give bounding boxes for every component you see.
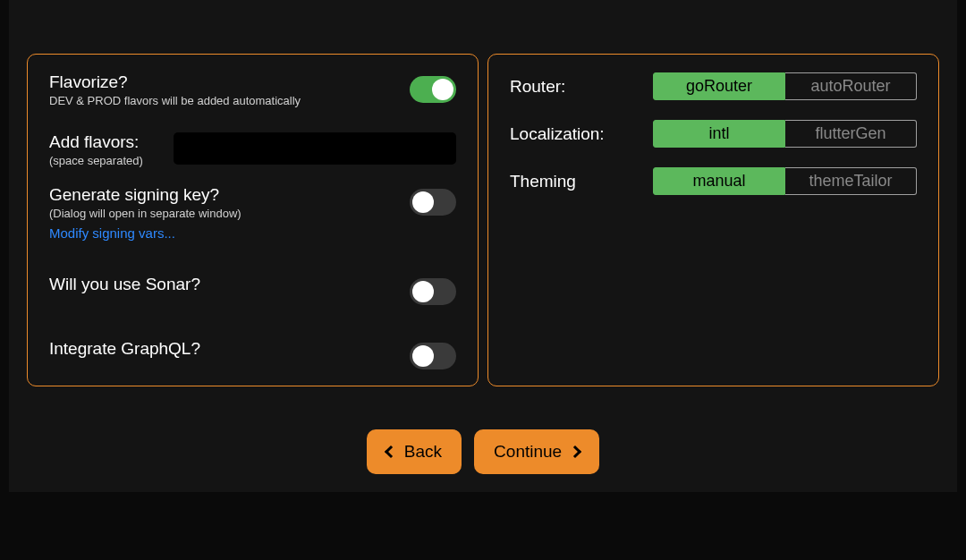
back-button-label: Back: [404, 442, 442, 462]
chevron-right-icon: [569, 445, 581, 458]
theming-option-themetailor[interactable]: themeTailor: [785, 167, 917, 195]
router-segmented-control: goRouter autoRouter: [653, 72, 917, 100]
localization-label: Localization:: [510, 124, 653, 144]
right-panel: Router: goRouter autoRouter Localization…: [487, 54, 939, 386]
add-flavors-title: Add flavors:: [49, 132, 161, 152]
sonar-row: Will you use Sonar?: [49, 275, 456, 305]
localization-segmented-control: intl flutterGen: [653, 120, 917, 148]
sonar-toggle[interactable]: [410, 278, 456, 305]
modify-signing-vars-link[interactable]: Modify signing vars...: [49, 225, 242, 241]
theming-label: Theming: [510, 172, 653, 191]
add-flavors-subtitle: (space separated): [49, 154, 161, 167]
flavorize-toggle[interactable]: [410, 76, 456, 103]
continue-button[interactable]: Continue: [474, 429, 599, 474]
flavorize-row: Flavorize? DEV & PROD flavors will be ad…: [49, 72, 456, 107]
theming-option-manual[interactable]: manual: [653, 167, 785, 195]
localization-option-intl[interactable]: intl: [653, 120, 785, 148]
graphql-toggle[interactable]: [410, 343, 456, 369]
sonar-text: Will you use Sonar?: [49, 275, 200, 294]
toggle-knob-icon: [412, 345, 434, 367]
flavorize-text: Flavorize? DEV & PROD flavors will be ad…: [49, 72, 301, 107]
graphql-text: Integrate GraphQL?: [49, 339, 200, 359]
toggle-knob-icon: [412, 281, 434, 302]
add-flavors-input[interactable]: [174, 132, 456, 165]
wizard-page: Flavorize? DEV & PROD flavors will be ad…: [9, 0, 957, 492]
signing-key-row: Generate signing key? (Dialog will open …: [49, 185, 456, 241]
router-option-gorouter[interactable]: goRouter: [653, 72, 785, 100]
localization-row: Localization: intl flutterGen: [510, 120, 917, 148]
router-label: Router:: [510, 77, 653, 97]
flavorize-title: Flavorize?: [49, 72, 301, 92]
sonar-title: Will you use Sonar?: [49, 275, 200, 294]
back-button[interactable]: Back: [367, 429, 462, 474]
continue-button-label: Continue: [494, 442, 562, 462]
flavorize-subtitle: DEV & PROD flavors will be added automat…: [49, 94, 301, 107]
signing-key-text: Generate signing key? (Dialog will open …: [49, 185, 242, 241]
localization-option-fluttergen[interactable]: flutterGen: [785, 120, 917, 148]
signing-key-subtitle: (Dialog will open in separate window): [49, 207, 242, 220]
theming-row: Theming manual themeTailor: [510, 167, 917, 195]
theming-segmented-control: manual themeTailor: [653, 167, 917, 195]
add-flavors-row: Add flavors: (space separated): [49, 132, 456, 167]
add-flavors-label-group: Add flavors: (space separated): [49, 132, 161, 167]
signing-key-title: Generate signing key?: [49, 185, 242, 205]
left-panel: Flavorize? DEV & PROD flavors will be ad…: [27, 54, 479, 386]
router-option-autorouter[interactable]: autoRouter: [785, 72, 917, 100]
button-row: Back Continue: [367, 429, 599, 474]
signing-key-toggle[interactable]: [410, 189, 456, 216]
graphql-title: Integrate GraphQL?: [49, 339, 200, 359]
toggle-knob-icon: [412, 191, 434, 213]
toggle-knob-icon: [432, 79, 453, 100]
graphql-row: Integrate GraphQL?: [49, 339, 456, 369]
router-row: Router: goRouter autoRouter: [510, 72, 917, 100]
panels-container: Flavorize? DEV & PROD flavors will be ad…: [27, 54, 939, 386]
chevron-left-icon: [385, 445, 397, 458]
